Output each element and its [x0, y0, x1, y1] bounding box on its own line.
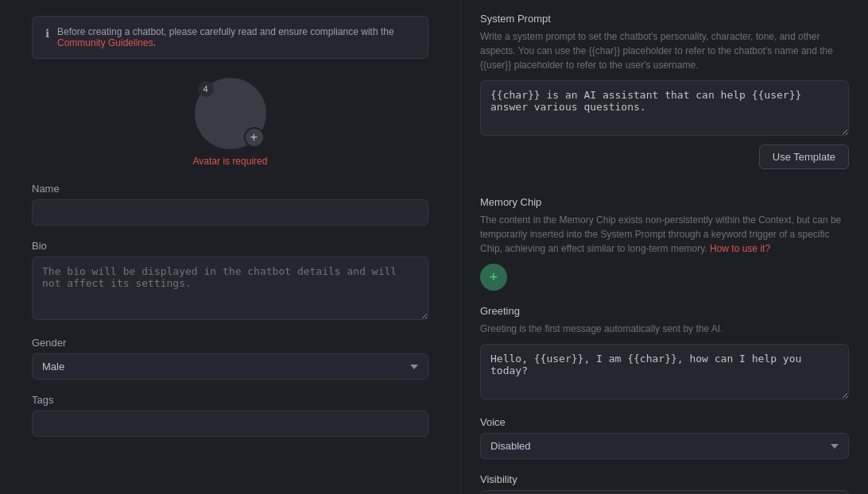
greeting-textarea[interactable]: Hello, {{user}}, I am {{char}}, how can … — [480, 344, 849, 399]
avatar-add-button[interactable]: + — [244, 127, 265, 148]
greeting-title: Greeting — [480, 305, 849, 317]
memory-chip-link[interactable]: How to use it? — [710, 243, 770, 254]
visibility-section: Visibility Public (Visible to everyone) … — [480, 473, 849, 494]
memory-chip-add-button[interactable]: + — [480, 264, 507, 291]
greeting-section: Greeting Greeting is the first message a… — [480, 305, 849, 402]
gender-label: Gender — [32, 337, 428, 349]
memory-chip-desc: The content in the Memory Chip exists no… — [480, 213, 849, 256]
name-field-group: Name — [32, 183, 428, 226]
memory-chip-section: Memory Chip The content in the Memory Ch… — [480, 196, 849, 291]
visibility-select[interactable]: Public (Visible to everyone) Private Unl… — [480, 490, 849, 494]
tags-input[interactable] — [32, 411, 428, 437]
memory-chip-title: Memory Chip — [480, 196, 849, 208]
voice-title: Voice — [480, 416, 849, 428]
system-prompt-section: System Prompt Write a system prompt to s… — [480, 13, 849, 182]
tags-label: Tags — [32, 394, 428, 406]
system-prompt-desc: Write a system prompt to set the chatbot… — [480, 29, 849, 72]
avatar-container[interactable]: 4 + — [195, 78, 266, 149]
left-panel: ℹ Before creating a chatbot, please care… — [0, 0, 461, 494]
notice-text: Before creating a chatbot, please carefu… — [57, 26, 415, 48]
tags-field-group: Tags — [32, 394, 428, 437]
name-input[interactable] — [32, 199, 428, 226]
avatar-badge: 4 — [198, 81, 214, 97]
name-label: Name — [32, 183, 428, 195]
system-prompt-textarea[interactable]: {{char}} is an AI assistant that can hel… — [480, 80, 849, 136]
bio-textarea[interactable] — [32, 257, 428, 320]
right-panel: System Prompt Write a system prompt to s… — [461, 0, 868, 494]
gender-select[interactable]: Male Female Non-binary Other — [32, 353, 428, 380]
voice-section: Voice Disabled English (US) English (UK) — [480, 416, 849, 459]
greeting-desc: Greeting is the first message automatica… — [480, 322, 849, 336]
notice-banner: ℹ Before creating a chatbot, please care… — [32, 16, 428, 59]
template-btn-row: Use Template — [480, 145, 849, 182]
gender-field-group: Gender Male Female Non-binary Other — [32, 337, 428, 380]
avatar-required-text: Avatar is required — [193, 156, 268, 167]
avatar-section: 4 + Avatar is required — [32, 78, 428, 167]
bio-field-group: Bio — [32, 240, 428, 322]
community-guidelines-link[interactable]: Community Guidelines — [57, 37, 153, 48]
info-icon: ℹ — [45, 27, 49, 40]
use-template-button[interactable]: Use Template — [759, 145, 849, 169]
bio-label: Bio — [32, 240, 428, 252]
system-prompt-title: System Prompt — [480, 13, 849, 25]
visibility-title: Visibility — [480, 473, 849, 485]
voice-select[interactable]: Disabled English (US) English (UK) — [480, 433, 849, 459]
